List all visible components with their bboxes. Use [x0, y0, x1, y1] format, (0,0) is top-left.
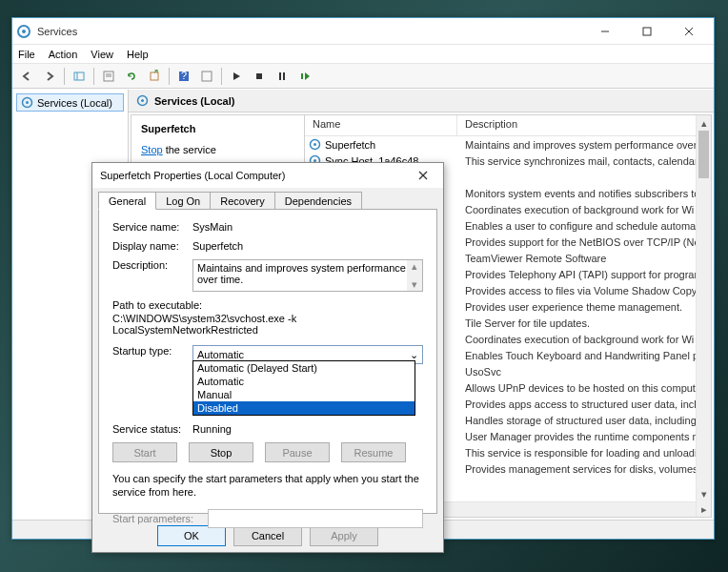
service-description: This service is responsible for loading …	[457, 447, 711, 459]
tree-item-services-local[interactable]: Services (Local)	[16, 93, 124, 112]
svg-point-20	[26, 101, 29, 104]
svg-point-24	[313, 143, 316, 146]
tab-recovery[interactable]: Recovery	[210, 192, 274, 209]
properties-dialog: Superfetch Properties (Local Computer) G…	[91, 162, 444, 553]
service-description: Coordinates execution of background work…	[457, 204, 711, 215]
service-description: Provides Telephony API (TAPI) support fo…	[457, 269, 711, 280]
menu-action[interactable]: Action	[49, 49, 78, 60]
dropdown-option[interactable]: Automatic (Delayed Start)	[193, 361, 415, 375]
value-service-status: Running	[192, 423, 423, 435]
column-header-name[interactable]: Name	[305, 115, 457, 135]
svg-rect-3	[643, 28, 651, 35]
svg-point-1	[22, 30, 26, 33]
service-description: Handles storage of structured user data,…	[457, 415, 711, 426]
dropdown-option[interactable]: Manual	[193, 388, 415, 401]
svg-rect-14	[202, 72, 212, 81]
value-description: Maintains and improves system performanc…	[197, 262, 406, 285]
svg-rect-17	[283, 72, 285, 80]
service-description: Monitors system events and notifies subs…	[457, 188, 711, 199]
titlebar: Services	[12, 18, 714, 45]
tab-content-general: Service name: SysMain Display name: Supe…	[98, 209, 437, 514]
value-service-name: SysMain	[192, 221, 423, 233]
label-path: Path to executable:	[112, 299, 423, 311]
help-button[interactable]: ?	[173, 66, 194, 87]
properties-button[interactable]	[98, 66, 119, 87]
startup-type-value: Automatic	[197, 349, 244, 360]
forward-button[interactable]	[39, 66, 60, 87]
service-description: Coordinates execution of background work…	[457, 334, 711, 345]
pane-header-label: Services (Local)	[154, 95, 234, 107]
service-description: Maintains and improves system performanc…	[457, 139, 711, 151]
stop-button[interactable]: Stop	[189, 442, 253, 462]
service-description: User Manager provides the runtime compon…	[457, 431, 711, 442]
dropdown-option[interactable]: Disabled	[193, 401, 415, 415]
menubar: File Action View Help	[12, 45, 714, 64]
back-button[interactable]	[16, 66, 37, 87]
service-description: Enables a user to configure and schedule…	[457, 220, 711, 232]
service-description: Provides user experience theme managemen…	[457, 301, 711, 313]
tab-general[interactable]: General	[98, 192, 156, 210]
label-display-name: Display name:	[112, 240, 192, 252]
svg-rect-16	[279, 72, 281, 80]
service-description: Provides apps access to structured user …	[457, 398, 711, 410]
tab-dependencies[interactable]: Dependencies	[274, 192, 362, 209]
restart-service-button[interactable]	[294, 66, 315, 87]
tabstrip: General Log On Recovery Dependencies	[92, 188, 443, 209]
action-suffix: the service	[163, 144, 216, 155]
service-description: TeamViewer Remote Software	[457, 253, 711, 264]
service-description: Provides support for the NetBIOS over TC…	[457, 236, 711, 248]
scroll-down-icon[interactable]: ▾	[697, 486, 711, 501]
export-button[interactable]	[144, 66, 165, 87]
stop-service-link[interactable]: Stop	[141, 144, 163, 155]
services-icon	[16, 24, 31, 39]
help-button-2[interactable]	[196, 66, 217, 87]
startup-type-dropdown[interactable]: Automatic (Delayed Start)AutomaticManual…	[192, 360, 415, 416]
description-box: Maintains and improves system performanc…	[192, 259, 423, 292]
gear-icon	[309, 138, 321, 151]
svg-text:?: ?	[181, 70, 187, 81]
cancel-button[interactable]: Cancel	[233, 525, 302, 546]
dialog-title: Superfetch Properties (Local Computer)	[100, 170, 411, 181]
value-display-name: Superfetch	[192, 240, 423, 252]
tab-log-on[interactable]: Log On	[155, 192, 211, 209]
scroll-up-icon[interactable]: ▴	[697, 115, 711, 131]
vertical-scrollbar[interactable]: ▴ ▾ ▸	[696, 115, 711, 517]
stop-service-button[interactable]	[249, 66, 270, 87]
table-row[interactable]: SuperfetchMaintains and improves system …	[305, 136, 711, 153]
dialog-titlebar: Superfetch Properties (Local Computer)	[92, 163, 443, 188]
pause-service-button[interactable]	[272, 66, 293, 87]
dialog-close-button[interactable]	[411, 166, 435, 185]
service-description: This service synchronizes mail, contacts…	[457, 155, 711, 167]
value-path: C:\WINDOWS\system32\svchost.exe -k Local…	[112, 313, 423, 336]
description-scrollbar[interactable]: ▴ ▾	[407, 260, 422, 291]
refresh-button[interactable]	[121, 66, 142, 87]
dropdown-option[interactable]: Automatic	[193, 375, 415, 388]
show-hide-tree-button[interactable]	[69, 66, 90, 87]
pause-button[interactable]: Pause	[265, 442, 330, 462]
ok-button[interactable]: OK	[157, 525, 226, 546]
tree-item-label: Services (Local)	[37, 97, 112, 109]
service-description: Allows UPnP devices to be hosted on this…	[457, 382, 711, 394]
minimize-button[interactable]	[584, 19, 626, 44]
selected-service-name: Superfetch	[141, 123, 294, 134]
label-startup-type: Startup type:	[112, 345, 192, 357]
scroll-right-icon[interactable]: ▸	[697, 501, 711, 517]
start-button[interactable]: Start	[112, 442, 177, 462]
gear-icon	[136, 94, 149, 107]
start-service-button[interactable]	[226, 66, 247, 87]
menu-view[interactable]: View	[91, 49, 113, 60]
svg-rect-11	[151, 72, 158, 80]
close-button[interactable]	[668, 19, 710, 44]
menu-file[interactable]: File	[18, 49, 35, 60]
toolbar: ?	[12, 64, 714, 89]
list-header: Name Description	[305, 115, 711, 136]
scrollbar-thumb[interactable]	[698, 131, 709, 178]
column-header-description[interactable]: Description	[457, 115, 711, 135]
start-parameters-input[interactable]	[208, 509, 423, 528]
service-description: Enables Touch Keyboard and Handwriting P…	[457, 350, 711, 361]
maximize-button[interactable]	[626, 19, 668, 44]
gear-icon	[21, 96, 33, 109]
menu-help[interactable]: Help	[127, 49, 149, 60]
resume-button[interactable]: Resume	[341, 442, 406, 462]
apply-button[interactable]: Apply	[310, 525, 378, 546]
